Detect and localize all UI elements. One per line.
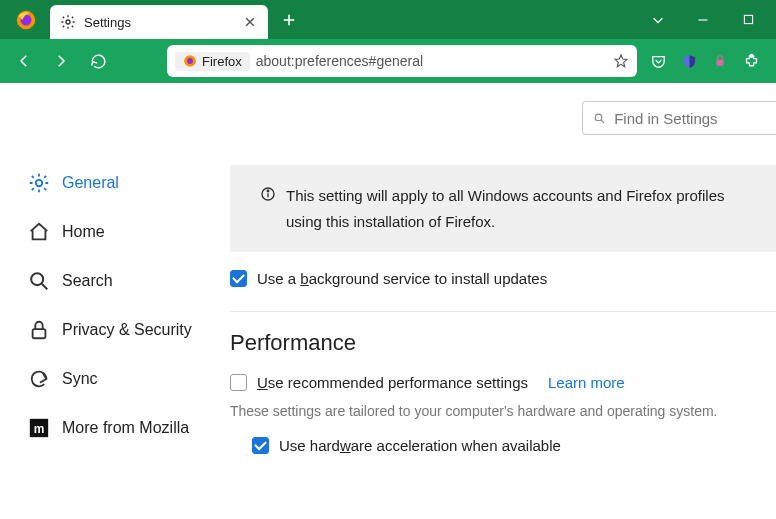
svg-point-24 (267, 190, 269, 192)
svg-point-2 (66, 20, 70, 24)
hw-accel-label: Use hardware acceleration when available (279, 437, 561, 454)
bg-service-checkbox[interactable] (230, 270, 247, 287)
main-panel: This setting will apply to all Windows a… (230, 83, 776, 519)
recommended-row: Use recommended performance settings Lea… (230, 374, 776, 391)
sidebar-item-label: Home (62, 223, 105, 241)
minimize-button[interactable] (695, 12, 711, 28)
sidebar-item-label: Search (62, 272, 113, 290)
hw-accel-row: Use hardware acceleration when available (252, 437, 776, 454)
urlbar-identity-label: Firefox (202, 54, 242, 69)
bg-service-row: Use a background service to install upda… (230, 270, 776, 287)
tab-settings[interactable]: Settings (50, 5, 268, 39)
title-bar: Settings (0, 0, 776, 39)
svg-text:m: m (34, 422, 45, 436)
performance-heading: Performance (230, 330, 776, 356)
extensions-icon[interactable] (742, 52, 760, 70)
bg-service-label: Use a background service to install upda… (257, 270, 547, 287)
sidebar-item-label: More from Mozilla (62, 419, 189, 437)
gear-icon (28, 172, 50, 194)
svg-point-20 (595, 114, 602, 121)
maximize-button[interactable] (740, 12, 756, 28)
performance-help-text: These settings are tailored to your comp… (230, 403, 776, 419)
lock-icon (28, 319, 50, 341)
mozilla-icon: m (28, 417, 50, 439)
tab-title: Settings (84, 15, 234, 30)
search-settings-input[interactable] (614, 110, 766, 127)
svg-rect-12 (717, 60, 724, 66)
svg-point-13 (750, 54, 753, 57)
sidebar-item-label: General (62, 174, 119, 192)
sync-icon (28, 368, 50, 390)
svg-marker-11 (615, 55, 627, 67)
new-tab-button[interactable] (274, 5, 304, 35)
reload-button[interactable] (82, 45, 114, 77)
search-icon (593, 111, 606, 126)
gear-icon (60, 14, 76, 30)
search-settings[interactable] (582, 101, 776, 135)
recommended-checkbox[interactable] (230, 374, 247, 391)
sidebar-item-general[interactable]: General (28, 163, 230, 203)
svg-point-14 (36, 180, 42, 186)
bookmark-star-icon[interactable] (613, 53, 629, 69)
svg-rect-8 (744, 15, 752, 23)
lock-icon[interactable] (711, 52, 729, 70)
info-icon (260, 186, 276, 202)
toolbar: Firefox about:preferences#general (0, 39, 776, 83)
recommended-label: Use recommended performance settings (257, 374, 528, 391)
sidebar: General Home Search Privacy & Security S… (0, 83, 230, 519)
hw-accel-checkbox[interactable] (252, 437, 269, 454)
svg-line-16 (42, 284, 48, 290)
svg-point-10 (187, 58, 193, 64)
urlbar-identity: Firefox (175, 52, 250, 71)
content: General Home Search Privacy & Security S… (0, 83, 776, 519)
svg-rect-17 (33, 329, 46, 338)
info-banner-text: This setting will apply to all Windows a… (286, 183, 752, 234)
sidebar-item-more[interactable]: m More from Mozilla (28, 408, 230, 448)
chevron-down-icon[interactable] (650, 12, 666, 28)
window-controls (650, 12, 776, 28)
sidebar-item-sync[interactable]: Sync (28, 359, 230, 399)
close-icon[interactable] (242, 14, 258, 30)
firefox-logo-icon (15, 9, 37, 31)
urlbar-address: about:preferences#general (256, 53, 607, 69)
pocket-icon[interactable] (649, 52, 667, 70)
info-banner: This setting will apply to all Windows a… (230, 165, 776, 252)
search-icon (28, 270, 50, 292)
shield-icon[interactable] (680, 52, 698, 70)
learn-more-link[interactable]: Learn more (548, 374, 625, 391)
sidebar-item-label: Sync (62, 370, 98, 388)
home-icon (28, 221, 50, 243)
sidebar-item-home[interactable]: Home (28, 212, 230, 252)
svg-point-15 (31, 273, 43, 285)
forward-button[interactable] (45, 45, 77, 77)
back-button[interactable] (8, 45, 40, 77)
sidebar-item-search[interactable]: Search (28, 261, 230, 301)
sidebar-item-privacy[interactable]: Privacy & Security (28, 310, 230, 350)
divider (230, 311, 776, 312)
url-bar[interactable]: Firefox about:preferences#general (167, 45, 637, 77)
svg-line-21 (601, 120, 604, 123)
sidebar-item-label: Privacy & Security (62, 321, 192, 339)
